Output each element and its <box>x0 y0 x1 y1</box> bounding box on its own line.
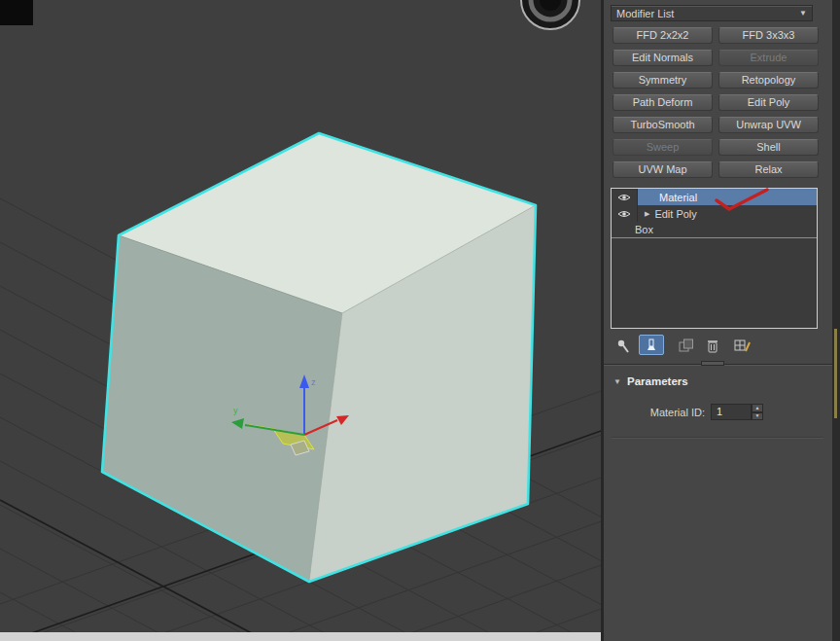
configure-modifier-sets-button[interactable] <box>732 337 752 354</box>
modifier-button-edit-poly[interactable]: Edit Poly <box>718 94 819 111</box>
make-unique-button[interactable] <box>678 338 695 353</box>
3ds-max-window: z y Modifier List ▼ <box>0 0 840 641</box>
modifier-button-unwrap-uvw[interactable]: Unwrap UVW <box>718 117 819 133</box>
rollout-bottom-separator <box>612 437 823 439</box>
stack-item-label: Edit Poly <box>654 208 696 220</box>
y-axis-label: y <box>233 406 238 415</box>
modifier-button-grid: FFD 2x2x2 FFD 3x3x3 Edit Normals Extrude… <box>612 27 819 178</box>
rollout-separator-handle[interactable] <box>701 361 724 366</box>
panel-scrollbar-handle[interactable] <box>834 329 837 418</box>
configure-sets-icon <box>734 338 751 353</box>
z-axis-label: z <box>311 377 316 387</box>
modifier-button-turbosmooth[interactable]: TurboSmooth <box>612 117 713 133</box>
spinner-down-icon[interactable]: ▼ <box>752 412 763 421</box>
make-unique-icon <box>679 338 694 352</box>
modifier-button-edit-normals[interactable]: Edit Normals <box>612 50 713 66</box>
modifier-button-shell[interactable]: Shell <box>718 139 819 156</box>
viewport[interactable]: z y <box>0 0 604 641</box>
modify-panel: Modifier List ▼ FFD 2x2x2 FFD 3x3x3 Edit… <box>604 0 840 641</box>
chevron-down-icon: ▼ <box>799 9 807 18</box>
show-end-result-icon <box>646 338 657 352</box>
stack-item-edit-poly[interactable]: ▶ Edit Poly <box>612 205 817 222</box>
viewport-bottom-bar <box>0 632 604 641</box>
rollout-collapse-icon[interactable]: ▼ <box>613 377 621 386</box>
material-id-input[interactable]: 1 <box>711 404 752 420</box>
modifier-button-extrude: Extrude <box>718 50 819 66</box>
modifier-button-ffd3x3x3[interactable]: FFD 3x3x3 <box>718 27 819 44</box>
stack-item-label: Box <box>635 224 653 235</box>
modifier-list-label: Modifier List <box>616 8 674 19</box>
modifier-button-path-deform[interactable]: Path Deform <box>612 94 713 111</box>
stack-item-box[interactable]: Box <box>612 222 817 238</box>
modifier-button-uvw-map[interactable]: UVW Map <box>612 161 713 178</box>
modifier-button-retopology[interactable]: Retopology <box>718 72 819 89</box>
modifier-button-relax[interactable]: Relax <box>718 161 819 178</box>
material-id-label: Material ID: <box>619 407 705 418</box>
visibility-eye-icon[interactable] <box>612 205 638 222</box>
modifier-button-sweep: Sweep <box>612 139 713 156</box>
remove-modifier-button[interactable] <box>705 337 720 354</box>
stack-item-material[interactable]: Material <box>612 189 817 205</box>
spinner-up-icon[interactable]: ▲ <box>752 404 763 412</box>
modifier-button-symmetry[interactable]: Symmetry <box>612 72 713 89</box>
viewport-corner-mask <box>0 0 33 25</box>
stack-item-label: Material <box>659 192 697 203</box>
modifier-list-dropdown[interactable]: Modifier List ▼ <box>611 5 813 21</box>
expand-arrow-icon[interactable]: ▶ <box>645 210 649 218</box>
material-id-spinner: ▲ ▼ <box>752 404 763 420</box>
modifier-stack: Material ▶ Edit Poly Box <box>611 188 818 329</box>
viewport-canvas[interactable]: z y <box>0 0 604 641</box>
visibility-eye-icon[interactable] <box>612 189 638 205</box>
modifier-button-ffd2x2x2[interactable]: FFD 2x2x2 <box>612 27 713 44</box>
pin-stack-button[interactable] <box>615 338 631 355</box>
trash-icon <box>707 338 718 353</box>
show-end-result-button[interactable] <box>639 335 664 355</box>
pin-icon <box>616 338 630 354</box>
panel-scrollbar[interactable] <box>832 0 840 641</box>
parameters-rollout-title[interactable]: Parameters <box>627 375 688 387</box>
